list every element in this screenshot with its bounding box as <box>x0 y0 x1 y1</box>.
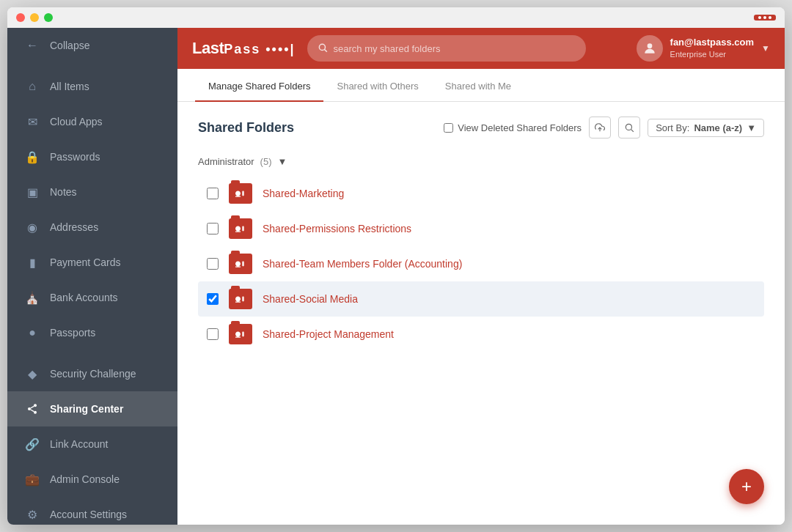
add-fab-button[interactable]: + <box>729 469 764 504</box>
sort-by-arrow: ▼ <box>747 122 756 133</box>
minimize-dot[interactable] <box>30 13 39 22</box>
sidebar-bank-accounts-label: Bank Accounts <box>50 292 118 303</box>
menu-icon[interactable] <box>754 15 776 21</box>
sidebar: ← Collapse ⌂ All Items ✉ Cloud Apps 🔒 Pa… <box>7 28 177 525</box>
tab-manage-shared-folders[interactable]: Manage Shared Folders <box>195 69 323 102</box>
sidebar-passports-label: Passports <box>50 327 95 339</box>
sort-by-dropdown[interactable]: Sort By: Name (a-z) ▼ <box>648 119 764 137</box>
tab-shared-with-me[interactable]: Shared with Me <box>432 69 524 102</box>
globe-icon: ● <box>25 325 40 340</box>
sidebar-item-cloud-apps[interactable]: ✉ Cloud Apps <box>7 104 177 139</box>
sidebar-item-bank-accounts[interactable]: ⛪ Bank Accounts <box>7 280 177 315</box>
view-deleted-text: View Deleted Shared Folders <box>458 122 582 133</box>
folder-name-5: Shared-Project Management <box>263 328 394 340</box>
svg-point-9 <box>626 124 631 130</box>
search-input[interactable] <box>334 43 576 54</box>
sort-by-label: Sort By: <box>656 122 689 133</box>
collapse-icon: ← <box>25 38 40 53</box>
shared-folders-title: Shared Folders <box>198 120 294 136</box>
folder-name-4: Shared-Social Media <box>263 293 358 305</box>
table-row[interactable]: Shared-Project Management <box>198 317 764 352</box>
user-email: fan@lastpass.com <box>670 37 755 49</box>
svg-point-1 <box>28 407 31 410</box>
credit-card-icon: ▮ <box>25 255 40 270</box>
group-toggle-icon[interactable]: ▼ <box>277 156 287 167</box>
folder-checkbox-5[interactable] <box>207 328 219 340</box>
sidebar-item-notes[interactable]: ▣ Notes <box>7 174 177 210</box>
sidebar-item-security-challenge[interactable]: ◆ Security Challenge <box>7 356 177 391</box>
table-row[interactable]: Shared-Permissions Restrictions <box>198 211 764 246</box>
search-folder-icon-btn[interactable] <box>618 117 640 138</box>
sidebar-item-admin-console[interactable]: 💼 Admin Console <box>7 462 177 497</box>
sidebar-item-addresses[interactable]: ◉ Addresses <box>7 210 177 245</box>
folder-checkbox-4[interactable] <box>207 293 219 305</box>
sidebar-item-all-items[interactable]: ⌂ All Items <box>7 69 177 104</box>
folder-name-1: Shared-Marketing <box>263 188 344 199</box>
briefcase-icon: 💼 <box>25 472 40 487</box>
bank-icon: ⛪ <box>25 290 40 305</box>
sidebar-payment-cards-label: Payment Cards <box>50 256 120 268</box>
folder-icon-4 <box>229 289 252 309</box>
sidebar-collapse-label: Collapse <box>50 40 89 51</box>
svg-line-3 <box>31 410 34 412</box>
group-count: (5) <box>260 156 272 167</box>
folder-checkbox-1[interactable] <box>207 188 219 199</box>
folder-checkbox-3[interactable] <box>207 258 219 270</box>
sidebar-link-account-label: Link Account <box>50 438 108 450</box>
link-icon: 🔗 <box>25 437 40 451</box>
folder-icon-1 <box>229 183 252 204</box>
search-bar[interactable] <box>307 35 586 62</box>
sidebar-item-link-account[interactable]: 🔗 Link Account <box>7 426 177 462</box>
svg-line-6 <box>324 49 326 51</box>
app-window: ← Collapse ⌂ All Items ✉ Cloud Apps 🔒 Pa… <box>7 7 785 525</box>
folder-checkbox-2[interactable] <box>207 223 219 234</box>
close-dot[interactable] <box>16 13 25 22</box>
sidebar-cloud-apps-label: Cloud Apps <box>50 116 103 128</box>
svg-point-7 <box>647 43 652 48</box>
avatar <box>637 35 663 62</box>
content-header: Shared Folders View Deleted Shared Folde… <box>198 117 764 138</box>
rocket-icon: ✉ <box>25 114 40 129</box>
group-header: Administrator (5) ▼ <box>198 150 764 173</box>
app-body: ← Collapse ⌂ All Items ✉ Cloud Apps 🔒 Pa… <box>7 28 785 525</box>
table-row[interactable]: Shared-Team Members Folder (Accounting) <box>198 246 764 281</box>
folder-icon-2 <box>229 218 252 239</box>
table-row[interactable]: Shared-Marketing <box>198 176 764 211</box>
upload-icon-btn[interactable] <box>589 117 611 138</box>
title-bar <box>7 7 785 28</box>
sidebar-item-passports[interactable]: ● Passports <box>7 315 177 350</box>
sidebar-item-sharing-center[interactable]: Sharing Center <box>7 391 177 426</box>
tabs-bar: Manage Shared Folders Shared with Others… <box>177 69 785 102</box>
notes-icon: ▣ <box>25 185 40 199</box>
header-actions: View Deleted Shared Folders Sort By: Nam… <box>444 117 764 138</box>
user-text: fan@lastpass.com Enterprise User <box>670 37 755 59</box>
search-icon <box>318 43 328 55</box>
sidebar-item-collapse[interactable]: ← Collapse <box>7 28 177 63</box>
maximize-dot[interactable] <box>44 13 53 22</box>
tab-shared-with-others[interactable]: Shared with Others <box>323 69 431 102</box>
svg-point-5 <box>319 44 325 50</box>
sidebar-account-settings-label: Account Settings <box>50 509 127 520</box>
sidebar-item-payment-cards[interactable]: ▮ Payment Cards <box>7 245 177 280</box>
sidebar-security-challenge-label: Security Challenge <box>50 368 136 380</box>
sidebar-admin-console-label: Admin Console <box>50 473 120 485</box>
table-row[interactable]: Shared-Social Media <box>198 281 764 317</box>
sidebar-item-account-settings[interactable]: ⚙ Account Settings <box>7 497 177 525</box>
user-info: fan@lastpass.com Enterprise User ▼ <box>637 35 770 62</box>
folder-list: Shared-Marketing Shared-Permissions Rest… <box>198 176 764 352</box>
main-wrapper: LastPass ••••| fan@lastpass.com Enterpri… <box>177 28 785 525</box>
main-content: Manage Shared Folders Shared with Others… <box>177 69 785 525</box>
svg-point-0 <box>34 404 37 407</box>
sidebar-sharing-center-label: Sharing Center <box>50 403 123 415</box>
folder-icon-5 <box>229 324 252 344</box>
sidebar-passwords-label: Passwords <box>50 151 100 163</box>
app-header: LastPass ••••| fan@lastpass.com Enterpri… <box>177 28 785 69</box>
group-label: Administrator <box>198 156 254 167</box>
svg-line-4 <box>31 406 34 408</box>
user-dropdown-arrow[interactable]: ▼ <box>761 43 770 53</box>
sidebar-item-passwords[interactable]: 🔒 Passwords <box>7 139 177 174</box>
view-deleted-checkbox[interactable] <box>444 123 453 133</box>
folder-name-3: Shared-Team Members Folder (Accounting) <box>263 258 462 270</box>
user-role: Enterprise User <box>670 49 755 59</box>
view-deleted-label[interactable]: View Deleted Shared Folders <box>444 122 582 133</box>
